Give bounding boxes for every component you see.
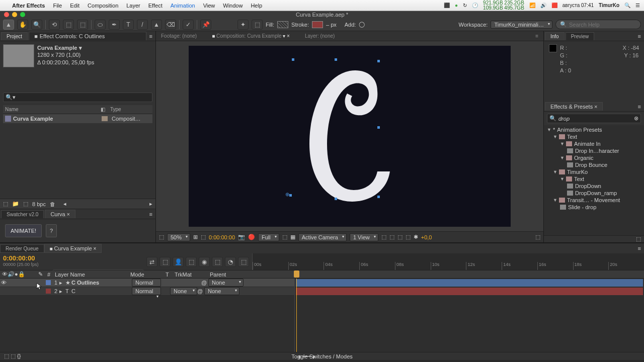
- draft3d-icon[interactable]: ⬚: [159, 257, 171, 267]
- composition-viewer[interactable]: ⊕: [156, 41, 543, 231]
- stroke-swatch[interactable]: [312, 21, 323, 28]
- type-tool[interactable]: T: [123, 20, 134, 30]
- pan-behind-tool[interactable]: ⬚: [77, 20, 88, 30]
- reset-exposure-icon[interactable]: ✱: [414, 234, 418, 240]
- help-search[interactable]: 🔍: [555, 20, 641, 29]
- menu-file[interactable]: File: [53, 3, 62, 9]
- graph-editor-icon[interactable]: ⬚: [238, 257, 249, 267]
- hide-shy-icon[interactable]: 👤: [173, 257, 184, 267]
- panel-menu-icon[interactable]: ≡: [635, 104, 644, 110]
- parent-pickwhip[interactable]: @: [197, 288, 204, 294]
- clock[interactable]: августа 07:41: [562, 3, 594, 8]
- mode-dropdown[interactable]: Normal: [132, 287, 161, 295]
- close-icon[interactable]: ×: [67, 211, 70, 217]
- wifi-icon[interactable]: 📶: [529, 3, 535, 8]
- tab-swatcher[interactable]: Swatcher v2.0: [1, 210, 44, 218]
- tree-folder[interactable]: ▼Organic: [544, 154, 644, 161]
- add-button[interactable]: ◯: [359, 21, 365, 28]
- tool-toggle[interactable]: ✦: [237, 20, 249, 30]
- lock-icon[interactable]: ⬚: [535, 234, 540, 240]
- col-type[interactable]: Type: [110, 107, 121, 112]
- menubar-icon[interactable]: ↻: [463, 3, 467, 8]
- current-time[interactable]: 0:00:00:00: [209, 234, 235, 240]
- menu-view[interactable]: View: [203, 3, 215, 9]
- tab-info[interactable]: Info: [545, 32, 565, 40]
- tree-folder[interactable]: ▼Animate In: [544, 140, 644, 147]
- tree-preset[interactable]: Drop In…haracter: [544, 147, 644, 154]
- flag-icon[interactable]: 🟥: [551, 3, 557, 8]
- panel-menu-icon[interactable]: ≡: [635, 33, 644, 39]
- spotlight-icon[interactable]: 🔍: [624, 3, 630, 8]
- tab-preview[interactable]: Preview: [566, 32, 595, 40]
- bpc-toggle[interactable]: 8 bpc: [32, 201, 46, 207]
- effects-search-input[interactable]: [558, 116, 624, 122]
- tab-project[interactable]: Project: [1, 32, 28, 40]
- tab-effect-controls[interactable]: ■Effect Controls: C Outlines: [29, 32, 146, 40]
- pixel-aspect-icon[interactable]: ⬚: [381, 234, 386, 240]
- interpret-icon[interactable]: ⬚: [3, 201, 8, 207]
- tree-preset[interactable]: DropDown_ramp: [544, 190, 644, 197]
- fast-preview-icon[interactable]: ⬚: [389, 234, 394, 240]
- col-name[interactable]: Name: [5, 107, 101, 112]
- selection-handle[interactable]: [289, 194, 292, 197]
- grid-icon[interactable]: ⊞: [193, 234, 198, 240]
- stroke-width[interactable]: – px: [326, 22, 337, 28]
- layer-row[interactable]: 👁 1 ▸ ★ C Outlines Normal @ None: [0, 279, 294, 287]
- menu-animation[interactable]: Animation: [171, 3, 195, 9]
- close-icon[interactable]: ×: [594, 104, 597, 110]
- menubar-icon[interactable]: ●: [455, 3, 458, 8]
- transparency-icon[interactable]: ▦: [290, 234, 295, 240]
- tool-toggle[interactable]: ⬚: [252, 20, 263, 30]
- timeline-tracks[interactable]: [294, 279, 644, 352]
- parent-pickwhip[interactable]: @: [201, 280, 208, 286]
- tree-folder[interactable]: ▼Text: [544, 175, 644, 183]
- menubar-icon[interactable]: ⬛: [444, 3, 450, 8]
- menu-effect[interactable]: Effect: [148, 3, 163, 9]
- menu-help[interactable]: Help: [251, 3, 262, 9]
- clear-icon[interactable]: ⊗: [634, 115, 638, 122]
- layer-row[interactable]: 2 ▸ T C Normal None @ None: [0, 287, 294, 296]
- motion-blur-icon[interactable]: ◉: [199, 257, 210, 267]
- selection-handle[interactable]: [335, 198, 337, 200]
- flowchart-icon[interactable]: ⬚: [406, 234, 411, 240]
- layer-tab[interactable]: Layer: (none): [305, 33, 335, 39]
- next-frame-icon[interactable]: ▸: [149, 201, 152, 207]
- parent-dropdown[interactable]: None: [204, 287, 239, 295]
- tree-preset[interactable]: Slide - drop: [544, 204, 644, 211]
- puppet-tool[interactable]: 📌: [200, 20, 211, 30]
- menubar-icon[interactable]: 🕐: [472, 3, 478, 8]
- menu-edit[interactable]: Edit: [70, 3, 79, 9]
- selection-handle[interactable]: [335, 58, 337, 61]
- playhead[interactable]: [296, 279, 297, 352]
- selection-tool[interactable]: ▲: [3, 20, 14, 30]
- mask-icon[interactable]: ⬚: [201, 234, 206, 240]
- autokey-icon[interactable]: ◔: [225, 257, 236, 267]
- notification-icon[interactable]: ☰: [635, 3, 640, 8]
- prev-frame-icon[interactable]: ◂: [63, 201, 66, 207]
- timeline-timecode[interactable]: 0:00:00:00 00000 (25.00 fps): [0, 253, 53, 270]
- mode-dropdown[interactable]: Normal: [132, 279, 161, 287]
- project-search[interactable]: 🔍▾: [3, 93, 152, 102]
- layer-bar[interactable]: [296, 279, 643, 287]
- animate-button[interactable]: ANIMATE!: [5, 224, 42, 237]
- project-item-row[interactable]: Curva Example Composit…: [3, 114, 152, 123]
- anchor-icon[interactable]: ⊕: [285, 192, 289, 197]
- new-bin-icon[interactable]: ⬚: [636, 236, 641, 242]
- camera-dropdown[interactable]: Active Camera: [298, 233, 347, 241]
- folder-icon[interactable]: 📁: [12, 201, 19, 207]
- user-name[interactable]: TimurKo: [599, 3, 619, 8]
- help-button[interactable]: ?: [46, 224, 57, 237]
- hand-tool[interactable]: ✋: [17, 20, 28, 30]
- clone-tool[interactable]: ▲: [151, 20, 162, 30]
- timeline-icon[interactable]: ⬚: [397, 234, 403, 240]
- timeline-ruler[interactable]: 00s 02s 04s 06s 08s 10s 12s 14s 16s 18s …: [252, 253, 644, 270]
- selection-handle[interactable]: [377, 196, 380, 198]
- roto-tool[interactable]: ✓: [183, 20, 194, 30]
- menu-layer[interactable]: Layer: [126, 3, 140, 9]
- pen-tool[interactable]: ✒: [109, 20, 120, 30]
- comp-thumbnail[interactable]: [3, 44, 34, 67]
- tree-folder[interactable]: ▼TimurKo: [544, 168, 644, 175]
- exposure-value[interactable]: +0,0: [421, 234, 432, 240]
- workspace-dropdown[interactable]: TimurKo_minimali…: [491, 21, 552, 29]
- trkmat-dropdown[interactable]: None: [170, 287, 197, 295]
